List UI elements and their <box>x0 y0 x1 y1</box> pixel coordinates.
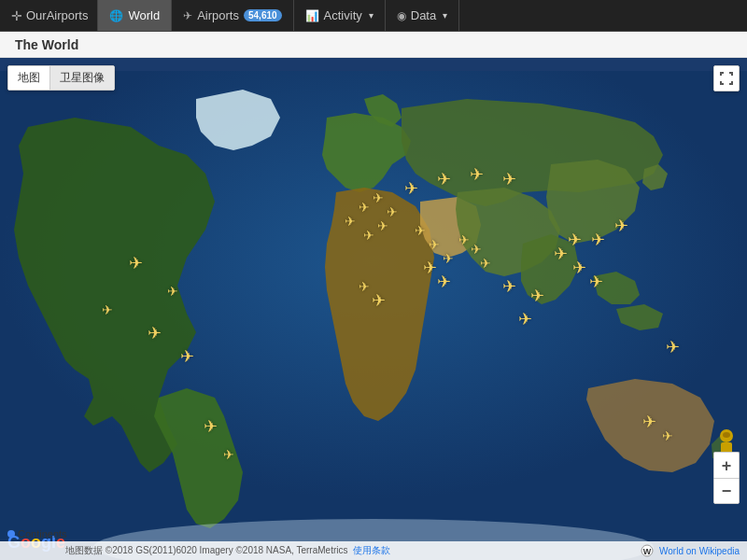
terms-link[interactable]: 使用条款 <box>353 544 390 557</box>
continents-label: Continents <box>18 528 67 539</box>
svg-point-7 <box>723 432 730 438</box>
map-type-controls: 地图 卫星图像 <box>7 65 115 91</box>
map-attribution: 地图数据 ©2018 GS(2011)6020 Imagery ©2018 NA… <box>65 544 347 557</box>
zoom-out-button[interactable]: − <box>713 478 740 504</box>
title-bar: The World <box>0 32 747 58</box>
svg-text:W: W <box>643 547 652 556</box>
wikipedia-link[interactable]: World on Wikipedia <box>659 546 740 556</box>
brand-logo[interactable]: ✛ OurAirports <box>7 0 98 31</box>
airports-icon: ✈ <box>183 9 192 22</box>
data-arrow: ▾ <box>443 10 447 21</box>
map-svg <box>0 58 747 560</box>
tab-world-label: World <box>128 8 160 22</box>
navbar: ✛ OurAirports 🌐 World ✈ Airports 54,610 … <box>0 0 747 32</box>
map-type-map-btn[interactable]: 地图 <box>8 66 50 90</box>
activity-icon: 📊 <box>305 9 319 22</box>
continents-marker[interactable]: Continents <box>7 528 67 539</box>
brand-name: OurAirports <box>26 8 88 22</box>
tab-activity-label: Activity <box>324 8 362 22</box>
map-type-satellite-btn[interactable]: 卫星图像 <box>50 66 114 90</box>
tab-data-label: Data <box>411 8 436 22</box>
footer-right: W World on Wikipedia <box>641 544 740 557</box>
wikipedia-icon: W <box>641 544 654 557</box>
map-container[interactable]: ✈ ✈ ✈ ✈ ✈ ✈ ✈ ✈ ✈ ✈ ✈ ✈ ✈ ✈ ✈ ✈ ✈ ✈ ✈ ✈ … <box>0 58 747 560</box>
activity-arrow: ▾ <box>369 10 374 21</box>
world-icon: 🌐 <box>109 9 123 22</box>
page-title: The World <box>15 37 78 52</box>
data-icon: ◉ <box>397 9 406 22</box>
map-footer: 地图数据 ©2018 GS(2011)6020 Imagery ©2018 NA… <box>0 541 747 560</box>
tab-airports[interactable]: ✈ Airports 54,610 <box>172 0 293 31</box>
zoom-controls: + − <box>713 452 740 504</box>
brand-icon: ✛ <box>11 8 22 23</box>
tab-data[interactable]: ◉ Data ▾ <box>386 0 459 31</box>
fullscreen-button[interactable] <box>713 65 740 91</box>
tab-world[interactable]: 🌐 World <box>98 0 172 31</box>
continents-dot <box>7 530 15 538</box>
airports-badge: 54,610 <box>244 9 282 21</box>
tab-activity[interactable]: 📊 Activity ▾ <box>294 0 386 31</box>
tab-airports-label: Airports <box>197 8 239 22</box>
zoom-in-button[interactable]: + <box>713 452 740 478</box>
footer-left: 地图数据 ©2018 GS(2011)6020 Imagery ©2018 NA… <box>65 544 390 557</box>
